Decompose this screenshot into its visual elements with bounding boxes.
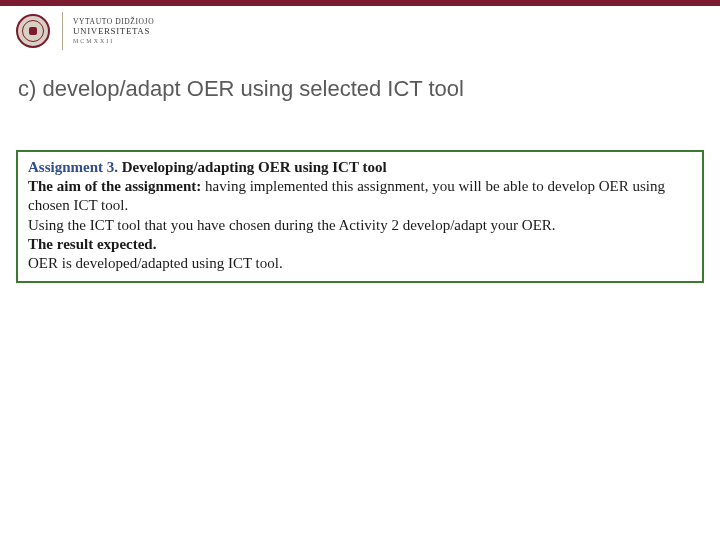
assignment-heading-row: Assignment 3. Developing/adapting OER us… — [28, 158, 692, 177]
result-text: OER is developed/adapted using ICT tool. — [28, 254, 692, 273]
aim-label: The aim of the assignment: — [28, 178, 201, 194]
assignment-instruction: Using the ICT tool that you have chosen … — [28, 216, 692, 235]
assignment-heading: Developing/adapting OER using ICT tool — [118, 159, 387, 175]
logo-divider — [62, 12, 63, 50]
brand-line1: Vytauto Didžiojo — [73, 18, 154, 26]
assignment-aim-row: The aim of the assignment: having implem… — [28, 177, 692, 215]
university-wordmark: Vytauto Didžiojo Universitetas MCMXXII — [73, 18, 154, 44]
brand-line2: Universitetas — [73, 27, 154, 36]
header: Vytauto Didžiojo Universitetas MCMXXII — [0, 6, 720, 56]
assignment-label: Assignment 3. — [28, 159, 118, 175]
university-seal-icon — [16, 14, 50, 48]
brand-year: MCMXXII — [73, 38, 154, 44]
result-label: The result expected. — [28, 235, 692, 254]
assignment-box: Assignment 3. Developing/adapting OER us… — [16, 150, 704, 283]
slide-title: c) develop/adapt OER using selected ICT … — [18, 76, 464, 102]
